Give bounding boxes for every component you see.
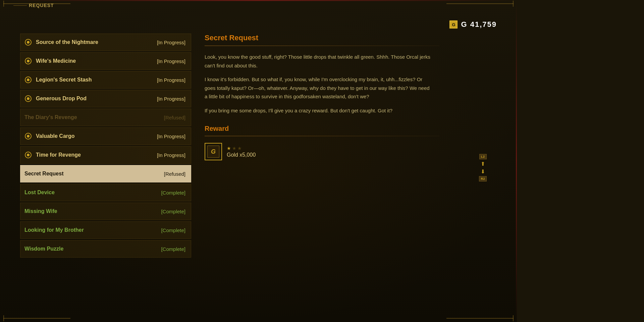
reward-item: G ★★★ Gold x5,000 [205,143,497,160]
quest-name-7: Secret Request [24,171,64,177]
detail-title: Secret Request [205,34,497,42]
quest-name-2: Legion's Secret Stash [36,77,92,83]
scroll-arrow-down: ⬇ [481,168,485,175]
quest-name-10: Looking for My Brother [24,227,84,233]
quest-left-9: Missing Wife [24,208,57,214]
quest-status-2: [In Progress] [157,77,185,83]
quest-item-2[interactable]: Legion's Secret Stash[In Progress] [20,71,191,89]
quest-item-0[interactable]: Source of the Nightmare[In Progress] [20,34,191,51]
quest-item-4[interactable]: The Diary's Revenge[Refused] [20,109,191,126]
quest-status-11: [Complete] [161,246,185,252]
quest-name-4: The Diary's Revenge [24,114,77,120]
scroll-indicators: L2 ⬆ ⬇ R2 [479,154,487,181]
svg-point-9 [27,135,30,138]
window-title-bar: Request [13,3,54,8]
quest-name-11: Wisdom Puzzle [24,246,63,252]
window-title: Request [29,3,54,8]
reward-icon-inner: G [207,146,219,158]
quest-status-5: [In Progress] [157,133,185,139]
quest-name-9: Missing Wife [24,208,57,214]
quest-item-9[interactable]: Missing Wife[Complete] [20,203,191,220]
reward-section: Reward G ★★★ Gold x5,000 [205,125,497,160]
quest-item-11[interactable]: Wisdom Puzzle[Complete] [20,240,191,258]
detail-divider [205,46,439,46]
quest-item-10[interactable]: Looking for My Brother[Complete] [20,221,191,239]
quest-item-8[interactable]: Lost Device[Complete] [20,184,191,201]
quest-status-6: [In Progress] [157,152,185,158]
quest-name-0: Source of the Nightmare [36,39,98,45]
svg-point-3 [27,60,30,62]
scroll-arrow-up: ⬆ [481,161,485,167]
quest-item-1[interactable]: Wife's Medicine[In Progress] [20,52,191,70]
reward-stars: ★★★ [227,146,256,151]
quest-status-icon-2 [24,76,32,84]
quest-left-7: Secret Request [24,171,64,177]
reward-info: ★★★ Gold x5,000 [227,146,256,158]
reward-star-1: ★ [232,146,236,151]
svg-point-7 [27,97,30,100]
reward-divider [205,136,439,136]
reward-icon-box: G [205,143,222,160]
main-container: Source of the Nightmare[In Progress]Wife… [20,34,497,302]
quest-item-7[interactable]: Secret Request[Refused] [20,165,191,182]
svg-point-11 [27,154,30,156]
quest-name-6: Time for Revenge [36,152,81,158]
quest-item-3[interactable]: Generous Drop Pod[In Progress] [20,90,191,107]
svg-point-1 [27,41,30,44]
detail-description: Look, you know the good stuff, right? Th… [205,53,433,115]
quest-status-icon-3 [24,95,32,102]
quest-left-1: Wife's Medicine [24,57,76,65]
quest-status-icon-5 [24,132,32,140]
quest-item-5[interactable]: Valuable Cargo[In Progress] [20,127,191,145]
gold-icon-letter: G [452,22,455,27]
quest-status-icon-6 [24,151,32,159]
quest-left-6: Time for Revenge [24,151,81,159]
svg-point-5 [27,78,30,81]
quest-status-4: [Refused] [164,115,185,120]
quest-name-8: Lost Device [24,190,55,196]
quest-status-9: [Complete] [161,209,185,214]
quest-status-3: [In Progress] [157,96,185,102]
gold-display: G G 41,759 [449,20,497,29]
detail-paragraph-2: If you bring me some drops, I'll give yo… [205,106,433,115]
quest-status-icon-0 [24,39,32,46]
quest-name-3: Generous Drop Pod [36,96,87,102]
quest-status-1: [In Progress] [157,58,185,64]
detail-paragraph-1: I know it's forbidden. But so what if, y… [205,75,433,101]
quest-status-7: [Refused] [164,171,185,177]
quest-status-0: [In Progress] [157,40,185,45]
quest-name-5: Valuable Cargo [36,133,75,139]
quest-left-3: Generous Drop Pod [24,95,87,102]
quest-left-11: Wisdom Puzzle [24,246,63,252]
quest-status-10: [Complete] [161,227,185,233]
reward-name: Gold x5,000 [227,152,256,158]
detail-panel: Secret Request Look, you know the good s… [205,34,497,302]
gold-amount: G 41,759 [461,20,497,29]
quest-left-10: Looking for My Brother [24,227,84,233]
quest-left-0: Source of the Nightmare [24,39,98,46]
quest-list: Source of the Nightmare[In Progress]Wife… [20,34,191,302]
detail-paragraph-0: Look, you know the good stuff, right? Th… [205,53,433,70]
quest-item-6[interactable]: Time for Revenge[In Progress] [20,146,191,164]
quest-left-5: Valuable Cargo [24,132,75,140]
reward-star-0: ★ [227,146,231,151]
reward-title: Reward [205,125,497,132]
quest-status-icon-1 [24,57,32,65]
gold-icon: G [449,20,458,29]
quest-status-8: [Complete] [161,190,185,196]
quest-left-2: Legion's Secret Stash [24,76,92,84]
quest-left-4: The Diary's Revenge [24,114,77,120]
scroll-bottom-badge: R2 [479,176,487,181]
quest-name-1: Wife's Medicine [36,58,76,64]
reward-star-2: ★ [237,146,242,151]
quest-left-8: Lost Device [24,190,55,196]
scroll-top-badge: L2 [479,154,487,159]
